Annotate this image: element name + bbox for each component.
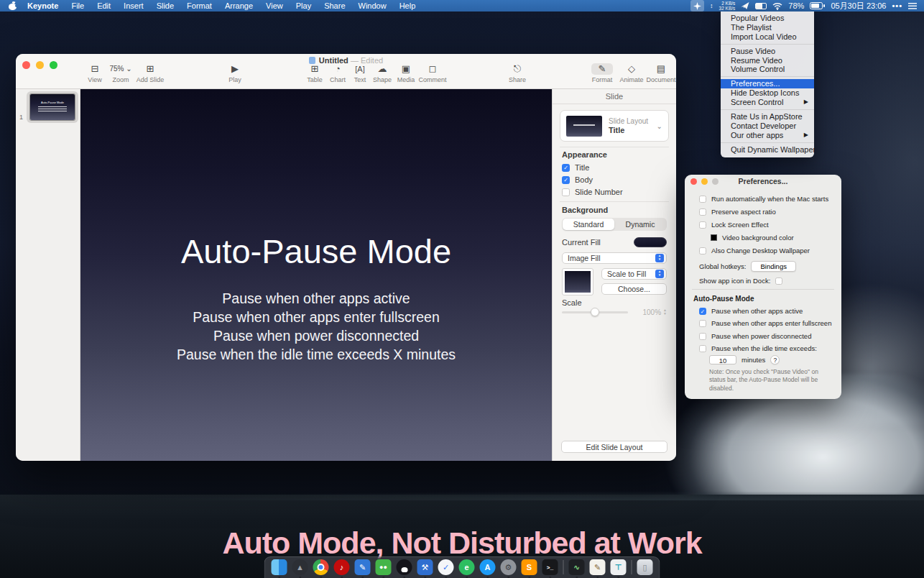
dock-evernote-icon[interactable]: e (459, 559, 475, 575)
checkbox-body[interactable]: ✓ Body (562, 175, 593, 184)
menu-item-pause-video[interactable]: Pause Video (721, 47, 814, 56)
dock-terminal-icon[interactable]: >_ (542, 559, 558, 575)
network-speed-indicator[interactable]: 2 KB/s 32 KB/s (719, 1, 736, 12)
dock-launchpad-icon[interactable]: ▲ (292, 559, 308, 575)
menu-view[interactable]: View (259, 0, 290, 12)
dock-sublime-text-icon[interactable]: S (522, 559, 537, 575)
toolbar-format-button[interactable]: ✎ Format (586, 63, 619, 83)
minimize-button[interactable] (701, 178, 708, 185)
dock-textedit-icon[interactable]: ✎ (590, 559, 606, 575)
segment-dynamic[interactable]: Dynamic (614, 219, 666, 230)
menu-play[interactable]: Play (290, 0, 318, 12)
slide-title[interactable]: Auto-Pause Mode (80, 231, 552, 271)
list-menu-icon[interactable] (908, 1, 917, 11)
menu-item-screen-control[interactable]: Screen Control▶ (721, 98, 814, 107)
toolbar-play-button[interactable]: ▶ Play (218, 63, 251, 83)
menu-share[interactable]: Share (318, 0, 351, 12)
slide-body[interactable]: Pause when other apps active Pause when … (80, 289, 552, 364)
edit-slide-layout-button[interactable]: Edit Slide Layout (561, 441, 667, 453)
dock-system-preferences-icon[interactable]: ⚙ (501, 559, 517, 575)
menu-bar-clock[interactable]: 05月30日 23:06 (831, 1, 886, 12)
checkbox-run-automatically[interactable]: Run automatically when the Mac starts (699, 195, 828, 203)
close-button[interactable] (22, 61, 30, 69)
menu-item-contact-developer[interactable]: Contact Developer (721, 121, 814, 131)
menu-item-preferences[interactable]: Preferences... (721, 79, 814, 88)
minimize-button[interactable] (36, 61, 44, 69)
menu-item-rate-us[interactable]: Rate Us in AppStore (721, 112, 814, 121)
checkbox-pause-fullscreen[interactable]: Pause when other apps enter fullscreen (699, 319, 831, 327)
dock-wechat-icon[interactable]: ●● (376, 559, 392, 575)
slider-knob[interactable] (591, 308, 599, 316)
menu-insert[interactable]: Insert (117, 0, 150, 12)
checkbox-title[interactable]: ✓ Title (562, 163, 589, 172)
dock-trash-icon[interactable]: ▯ (637, 559, 653, 575)
color-well-icon[interactable] (711, 234, 717, 241)
dock-finder-icon[interactable] (272, 559, 287, 575)
paper-plane-icon[interactable] (741, 1, 749, 11)
slide-thumbnail-selected[interactable]: 1 Auto-Pause Mode (27, 91, 78, 123)
menu-arrange[interactable]: Arrange (218, 0, 259, 12)
menu-item-import-local-video[interactable]: Import Local Video (721, 32, 814, 42)
checkbox-pause-idle[interactable]: Pause when the idle time exceeds: (699, 344, 817, 352)
video-background-color-well[interactable]: Video background color (711, 234, 794, 242)
menu-item-hide-desktop-icons[interactable]: Hide Desktop Icons (721, 88, 814, 98)
updown-arrows-icon[interactable]: ↕ (710, 1, 713, 11)
more-status-icon[interactable]: ••• (892, 1, 902, 10)
bindings-button[interactable]: Bindings (751, 261, 795, 272)
toolbar-add-slide-button[interactable]: ⊞ Add Slide (134, 63, 167, 83)
checkbox-preserve-aspect-ratio[interactable]: Preserve aspect ratio (699, 208, 776, 216)
dock-app-store-icon[interactable]: A (480, 559, 496, 575)
idle-minutes-input[interactable]: 10 (709, 355, 736, 364)
slide-canvas[interactable]: Auto-Pause Mode Pause when other apps ac… (80, 89, 552, 461)
menu-format[interactable]: Format (180, 0, 218, 12)
toolbar-share-button[interactable]: ⎋ Share (501, 63, 534, 83)
menu-window[interactable]: Window (352, 0, 393, 12)
scale-stepper-icon[interactable]: ▲▼ (663, 308, 667, 316)
show-dock-icon-row[interactable]: Show app icon in Dock: (699, 277, 782, 285)
dock-things-icon[interactable]: ✓ (438, 559, 454, 575)
checkbox-slide-number[interactable]: Slide Number (562, 188, 623, 196)
menu-item-our-other-apps[interactable]: Our other apps▶ (721, 131, 814, 140)
segment-standard[interactable]: Standard (563, 219, 614, 230)
help-button[interactable]: ? (770, 355, 780, 364)
menu-item-volume-control[interactable]: Volume Control (721, 65, 814, 74)
checkbox-pause-apps-active[interactable]: ✓ Pause when other apps active (699, 307, 803, 315)
dynamic-wallpaper-menu-icon[interactable] (690, 0, 704, 12)
apple-menu-icon[interactable] (9, 1, 17, 10)
slide-layout-selector[interactable]: Slide Layout Title ⌄ (560, 110, 669, 142)
checkbox-lock-screen-effect[interactable]: Lock Screen Effect (699, 221, 769, 229)
dock-netease-music-icon[interactable]: ♪ (334, 559, 350, 575)
menu-file[interactable]: File (65, 0, 91, 12)
close-button[interactable] (690, 178, 697, 185)
current-fill-swatch[interactable] (634, 237, 667, 247)
menu-help[interactable]: Help (393, 0, 422, 12)
panel-tab-slide[interactable]: Slide (553, 89, 676, 104)
toolbar-document-button[interactable]: ▤ Document (645, 63, 676, 83)
menu-item-the-playlist[interactable]: The Playlist (721, 23, 814, 32)
checkbox-pause-power[interactable]: Pause when power disconnected (699, 332, 811, 340)
dock-xcode-icon[interactable]: ⚒ (417, 559, 433, 575)
wifi-icon[interactable] (772, 1, 782, 11)
menu-slide[interactable]: Slide (150, 0, 180, 12)
dock-keynote-icon[interactable]: ⊤ (611, 559, 627, 575)
battery-icon[interactable] (810, 1, 825, 11)
scale-mode-select[interactable]: Scale to Fill ▲▼ (601, 268, 667, 280)
fill-type-select[interactable]: Image Fill ▲▼ (562, 252, 667, 264)
choose-image-button[interactable]: Choose... (601, 283, 667, 295)
menu-item-popular-videos[interactable]: Popular Videos (721, 14, 814, 23)
zoom-window-button[interactable] (50, 61, 57, 69)
dock-qq-icon[interactable] (397, 559, 412, 575)
dock-activity-monitor-icon[interactable]: ∿ (569, 559, 585, 575)
menu-app-name[interactable]: Keynote (21, 0, 65, 12)
scale-slider[interactable] (562, 311, 628, 313)
menu-edit[interactable]: Edit (91, 0, 117, 12)
checkbox-change-desktop-wallpaper[interactable]: Also Change Desktop Wallpaper (699, 247, 810, 254)
toolbar-zoom-control[interactable]: 75% ⌄ Zoom (104, 63, 137, 83)
fill-image-thumbnail[interactable] (562, 268, 593, 295)
toolbar-comment-button[interactable]: ◻ Comment (416, 63, 449, 83)
toolbar-animate-button[interactable]: ◇ Animate (615, 63, 648, 83)
menu-item-resume-video[interactable]: Resume Video (721, 56, 814, 65)
keyboard-battery-widget-icon[interactable] (755, 1, 767, 11)
menu-item-quit[interactable]: Quit Dynamic Wallpaper (721, 145, 814, 155)
dock-chrome-icon[interactable] (313, 559, 329, 575)
